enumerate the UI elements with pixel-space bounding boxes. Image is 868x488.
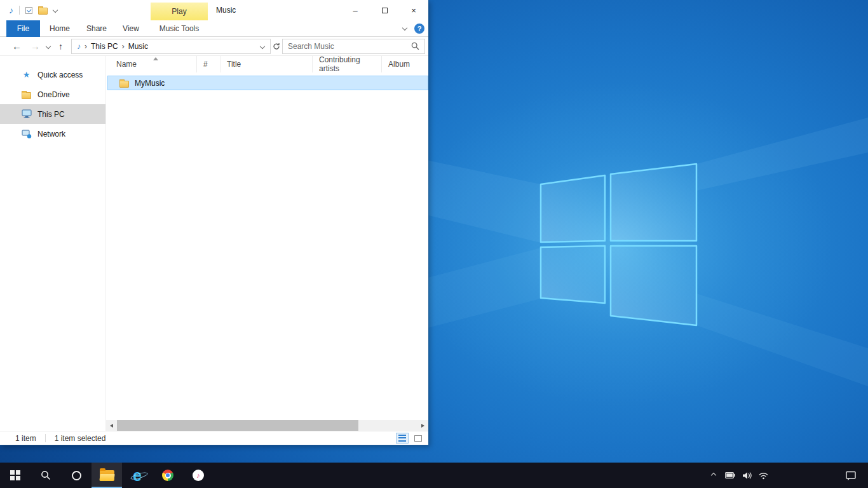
show-hidden-icons-button[interactable] bbox=[705, 473, 722, 477]
column-header-title[interactable]: Title bbox=[220, 56, 313, 72]
contextual-tab-play[interactable]: Play bbox=[151, 3, 208, 20]
sidebar-item-network[interactable]: Network bbox=[0, 124, 105, 144]
selection-count: 1 item selected bbox=[55, 434, 106, 443]
tab-group-music-tools[interactable]: Music Tools bbox=[151, 20, 208, 37]
scroll-left-icon bbox=[110, 424, 113, 428]
action-center-button[interactable] bbox=[843, 471, 859, 480]
titlebar: ♪ Play Music – × bbox=[0, 0, 428, 20]
address-dropdown-chevron-icon[interactable] bbox=[260, 43, 265, 48]
details-view-icon bbox=[398, 435, 406, 442]
onedrive-icon bbox=[21, 90, 32, 99]
file-explorer-button[interactable] bbox=[92, 463, 122, 488]
sort-ascending-icon bbox=[153, 57, 158, 60]
breadcrumb-separator: › bbox=[85, 42, 87, 51]
cortana-icon bbox=[72, 471, 81, 480]
new-folder-icon[interactable] bbox=[38, 8, 48, 15]
network-icon bbox=[21, 130, 32, 139]
desktop: ♪ Play Music – × File Home Share View Mu… bbox=[0, 0, 868, 488]
internet-explorer-button[interactable]: e bbox=[122, 463, 153, 488]
search-icon bbox=[41, 470, 51, 480]
scrollbar-thumb[interactable] bbox=[117, 420, 358, 431]
folder-icon bbox=[119, 81, 129, 88]
tab-share[interactable]: Share bbox=[81, 20, 112, 37]
sidebar-item-onedrive[interactable]: OneDrive bbox=[0, 85, 105, 104]
tab-home[interactable]: Home bbox=[44, 20, 75, 37]
file-explorer-icon bbox=[100, 470, 114, 481]
maximize-button[interactable] bbox=[370, 0, 399, 20]
forward-button[interactable]: → bbox=[31, 41, 40, 51]
scrollbar-track[interactable] bbox=[117, 420, 417, 431]
volume-indicator[interactable] bbox=[738, 471, 755, 480]
network-indicator[interactable] bbox=[755, 471, 771, 480]
windows-logo-icon bbox=[10, 470, 20, 480]
file-row-mymusic[interactable]: MyMusic bbox=[107, 76, 428, 90]
view-toggles bbox=[396, 433, 424, 444]
action-center-icon bbox=[846, 471, 856, 480]
help-button[interactable]: ? bbox=[414, 24, 424, 34]
column-header-name[interactable]: Name bbox=[106, 56, 197, 72]
column-header-number[interactable]: # bbox=[197, 56, 220, 72]
sidebar-item-label: Network bbox=[37, 130, 65, 139]
customize-qat-chevron-icon[interactable] bbox=[53, 8, 58, 13]
minimize-button[interactable]: – bbox=[341, 0, 370, 20]
status-bar: 1 item 1 item selected bbox=[0, 431, 428, 445]
back-button[interactable]: ← bbox=[12, 41, 22, 51]
search-box bbox=[282, 39, 425, 54]
scroll-left-button[interactable] bbox=[106, 420, 117, 431]
tab-view[interactable]: View bbox=[117, 20, 145, 37]
address-bar[interactable]: ♪ › This PC › Music bbox=[71, 39, 271, 54]
breadcrumb-music[interactable]: Music bbox=[128, 42, 148, 51]
battery-icon bbox=[725, 472, 735, 478]
itunes-icon: ♪ bbox=[193, 470, 204, 481]
window-title: Music bbox=[216, 0, 236, 20]
start-button[interactable] bbox=[0, 463, 31, 488]
breadcrumb-separator: › bbox=[122, 42, 125, 51]
search-icon[interactable] bbox=[411, 42, 419, 50]
file-list-pane: Name # Title Contributing artists Album … bbox=[105, 56, 428, 431]
ribbon-tab-row: File Home Share View Music Tools ? bbox=[0, 20, 428, 37]
sidebar-item-label: This PC bbox=[37, 110, 65, 119]
status-separator bbox=[45, 434, 46, 442]
tab-file[interactable]: File bbox=[6, 20, 40, 37]
column-header-album[interactable]: Album bbox=[382, 56, 428, 72]
chevron-up-icon bbox=[711, 473, 716, 478]
properties-icon[interactable] bbox=[25, 7, 32, 14]
taskbar-search-button[interactable] bbox=[31, 463, 61, 488]
breadcrumb-this-pc[interactable]: This PC bbox=[91, 42, 118, 51]
large-icons-view-button[interactable] bbox=[412, 433, 424, 444]
wifi-icon bbox=[758, 471, 769, 480]
navigation-bar: ← → ↑ ♪ › This PC › Music bbox=[0, 37, 428, 56]
sidebar-item-quick-access[interactable]: ★ Quick access bbox=[0, 65, 105, 85]
system-tray bbox=[705, 463, 868, 488]
scroll-right-icon bbox=[421, 424, 424, 428]
search-input[interactable] bbox=[283, 42, 411, 51]
address-music-icon: ♪ bbox=[77, 42, 81, 51]
quick-access-toolbar: ♪ bbox=[9, 0, 57, 20]
file-name: MyMusic bbox=[135, 79, 165, 88]
explorer-window: ♪ Play Music – × File Home Share View Mu… bbox=[0, 0, 428, 445]
scroll-right-button[interactable] bbox=[417, 420, 428, 431]
battery-indicator[interactable] bbox=[722, 472, 738, 478]
sidebar-item-label: Quick access bbox=[37, 71, 83, 79]
chrome-icon bbox=[162, 470, 173, 481]
app-music-icon: ♪ bbox=[9, 5, 13, 15]
chrome-button[interactable] bbox=[153, 463, 183, 488]
horizontal-scrollbar[interactable] bbox=[106, 420, 428, 431]
up-button[interactable]: ↑ bbox=[58, 42, 63, 51]
recent-locations-chevron-icon[interactable] bbox=[46, 43, 51, 48]
column-headers: Name # Title Contributing artists Album bbox=[106, 56, 428, 75]
column-header-contributing-artists[interactable]: Contributing artists bbox=[313, 56, 382, 72]
refresh-button[interactable] bbox=[271, 39, 282, 54]
this-pc-icon bbox=[21, 109, 32, 119]
close-button[interactable]: × bbox=[399, 0, 428, 20]
refresh-icon bbox=[273, 43, 280, 50]
speaker-icon bbox=[742, 471, 752, 480]
qat-separator bbox=[19, 6, 20, 15]
itunes-button[interactable]: ♪ bbox=[183, 463, 214, 488]
expand-ribbon-chevron-icon[interactable] bbox=[402, 25, 407, 30]
large-icons-view-icon bbox=[414, 435, 422, 442]
quick-access-star-icon: ★ bbox=[21, 71, 32, 79]
details-view-button[interactable] bbox=[396, 433, 409, 444]
cortana-button[interactable] bbox=[61, 463, 92, 488]
sidebar-item-this-pc[interactable]: This PC bbox=[0, 104, 105, 124]
